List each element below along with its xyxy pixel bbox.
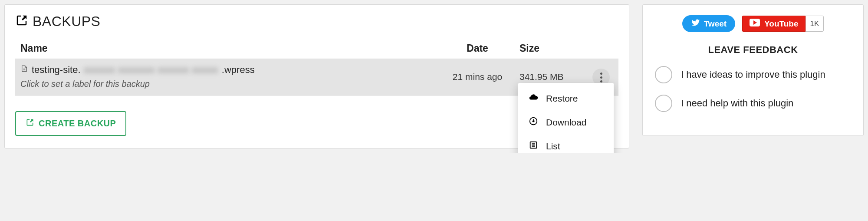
feedback-panel: Tweet YouTube 1K LEAVE FEEDBACK I have i… [642, 4, 864, 136]
menu-list[interactable]: List [518, 134, 614, 153]
menu-download-label: Download [546, 117, 586, 128]
youtube-label: YouTube [764, 19, 798, 29]
filename-suffix: .wpress [222, 64, 255, 76]
backup-date: 21 mins ago [441, 59, 514, 96]
row-actions-menu: Restore Download List Delete [518, 83, 614, 153]
feedback-option-ideas[interactable]: I have ideas to improve this plugin [655, 66, 851, 83]
twitter-icon [691, 18, 700, 30]
youtube-count: 1K [806, 16, 824, 32]
social-row: Tweet YouTube 1K [655, 15, 851, 32]
radio-icon [655, 95, 672, 112]
tweet-label: Tweet [704, 19, 727, 29]
panel-title-row: BACKUPS [15, 13, 618, 30]
col-size: Size [514, 38, 584, 59]
youtube-button[interactable]: YouTube [742, 16, 805, 32]
filename-hidden: xxxxxx xxxxxxx xxxxxx xxxxx [84, 64, 218, 76]
panel-title: BACKUPS [33, 13, 100, 30]
export-icon [26, 118, 34, 129]
feedback-title: LEAVE FEEDBACK [655, 44, 851, 56]
col-actions [584, 38, 618, 59]
create-backup-button[interactable]: CREATE BACKUP [15, 111, 126, 136]
create-backup-label: CREATE BACKUP [39, 119, 116, 129]
col-date: Date [441, 38, 514, 59]
download-icon [529, 116, 538, 128]
menu-download[interactable]: Download [518, 110, 614, 134]
youtube-icon [750, 19, 760, 29]
tweet-button[interactable]: Tweet [682, 15, 735, 32]
youtube-group: YouTube 1K [742, 16, 824, 32]
filename-prefix: testing-site. [32, 64, 81, 76]
file-icon [20, 64, 28, 76]
col-name: Name [15, 38, 441, 59]
menu-restore[interactable]: Restore [518, 86, 614, 110]
menu-restore-label: Restore [546, 93, 578, 104]
backups-panel: BACKUPS Name Date Size [4, 4, 629, 148]
list-icon [529, 140, 538, 152]
feedback-option-help[interactable]: I need help with this plugin [655, 95, 851, 112]
kebab-icon [600, 73, 602, 82]
radio-icon [655, 66, 672, 83]
export-icon [15, 14, 28, 29]
backup-label-hint[interactable]: Click to set a label for this backup [20, 79, 435, 89]
feedback-option-ideas-label: I have ideas to improve this plugin [681, 69, 825, 80]
menu-list-label: List [546, 141, 560, 152]
feedback-option-help-label: I need help with this plugin [681, 98, 793, 109]
backup-filename: testing-site. xxxxxx xxxxxxx xxxxxx xxxx… [20, 64, 435, 76]
cloud-restore-icon [529, 92, 538, 104]
